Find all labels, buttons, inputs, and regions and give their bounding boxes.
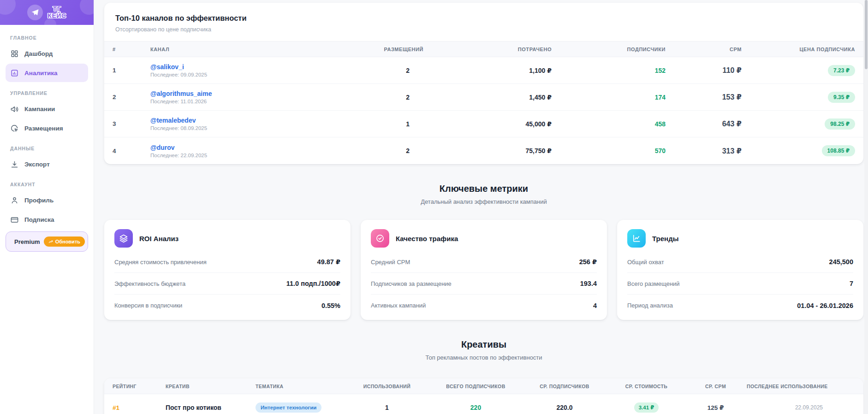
- channel-link[interactable]: @durov: [150, 144, 308, 151]
- placements-value: 2: [308, 94, 423, 101]
- scrollbar-track[interactable]: [864, 0, 868, 414]
- upgrade-button[interactable]: Обновить: [44, 237, 85, 247]
- row-rank: 4: [113, 148, 150, 154]
- main-content: Топ-10 каналов по эффективности Отсортир…: [94, 0, 868, 414]
- metric-label: Активных кампаний: [371, 302, 426, 309]
- metric-value: 256 ₽: [579, 258, 597, 266]
- sidebar-item-placements[interactable]: Размещения: [6, 119, 88, 137]
- channels-table-title: Топ-10 каналов по эффективности: [115, 14, 852, 23]
- table-row: 3 @temalebedev Последнее: 08.09.2025 1 4…: [104, 111, 863, 137]
- sub-price-cell: 98.25 ₽: [742, 118, 855, 130]
- sidebar: ТГ КЕЙС ГЛАВНОЕ Дашборд Аналитика УПРАВЛ…: [0, 0, 94, 414]
- metric-value: 01.04 - 26.01.2026: [797, 302, 853, 309]
- col-total-subscribers: ВСЕГО ПОДПИСЧИКОВ: [431, 384, 521, 389]
- line-chart-icon: [627, 229, 646, 248]
- col-channel: КАНАЛ: [150, 47, 308, 52]
- sidebar-item-dashboard[interactable]: Дашборд: [6, 44, 88, 63]
- placements-value: 2: [308, 67, 423, 74]
- placements-value: 1: [308, 120, 423, 128]
- user-icon: [10, 196, 19, 205]
- logo-bubble: [80, 0, 94, 15]
- app-logo-text: ТГ КЕЙС: [48, 6, 66, 19]
- topic-cell: Интернет технологии: [256, 402, 343, 413]
- table-row: 2 @algorithmus_aime Последнее: 11.01.202…: [104, 84, 863, 111]
- cpm-value: 153 ₽: [666, 93, 742, 101]
- sidebar-item-campaigns[interactable]: Кампании: [6, 100, 88, 118]
- nav-section-main: ГЛАВНОЕ: [10, 35, 83, 41]
- subscribers-value: 174: [552, 94, 666, 101]
- col-avg-cpm: СР. CPM: [684, 384, 747, 389]
- metric-value: 7: [850, 280, 853, 287]
- table-row: 4 @durov Последнее: 22.09.2025 2 75,750 …: [104, 137, 863, 164]
- col-avg-cost: СР. СТОИМОСТЬ: [608, 384, 684, 389]
- spent-value: 1,100 ₽: [423, 67, 552, 74]
- logo-line-1: ТГ: [48, 6, 66, 12]
- channel-last-date: Последнее: 22.09.2025: [150, 153, 308, 158]
- col-uses: ИСПОЛЬЗОВАНИЙ: [343, 384, 431, 389]
- col-topic: ТЕМАТИКА: [256, 384, 343, 389]
- metric-row: Период анализа 01.04 - 26.01.2026: [627, 295, 853, 316]
- sidebar-nav: ГЛАВНОЕ Дашборд Аналитика УПРАВЛЕНИЕ Кам…: [0, 35, 94, 229]
- sub-price-cell: 7.23 ₽: [742, 65, 855, 76]
- topic-badge: Интернет технологии: [256, 402, 321, 413]
- roi-card-header: ROI Анализ: [114, 229, 340, 248]
- col-creative: КРЕАТИВ: [166, 384, 256, 389]
- channel-cell: @algorithmus_aime Последнее: 11.01.2026: [150, 90, 308, 104]
- channel-last-date: Последнее: 11.01.2026: [150, 99, 308, 104]
- megaphone-icon: [10, 105, 19, 113]
- subscribers-value: 152: [552, 67, 666, 74]
- subscribers-value: 570: [552, 147, 666, 154]
- subscribers-value: 458: [552, 120, 666, 128]
- metric-row: Всего размещений 7: [627, 273, 853, 295]
- sidebar-item-label: Кампании: [24, 106, 55, 112]
- table-row: #1 Пост про котиков Интернет технологии …: [104, 394, 863, 414]
- sidebar-item-label: Экспорт: [24, 161, 50, 168]
- metric-value: 4: [593, 302, 597, 309]
- channel-link[interactable]: @algorithmus_aime: [150, 90, 308, 97]
- sub-price-badge: 9.35 ₽: [828, 92, 855, 103]
- metric-label: Конверсия в подписчики: [114, 302, 182, 309]
- spent-value: 45,000 ₽: [423, 120, 552, 128]
- table-row: 1 @salikov_i Последнее: 09.09.2025 2 1,1…: [104, 57, 863, 84]
- metric-row: Эффективность бюджета 11.0 подп./1000₽: [114, 273, 340, 295]
- channels-table-header: Топ-10 каналов по эффективности Отсортир…: [104, 3, 863, 41]
- trends-card-title: Тренды: [652, 235, 679, 242]
- nav-section-data: ДАННЫЕ: [10, 146, 83, 151]
- col-cpm: CPM: [666, 47, 742, 52]
- premium-label: Premium: [14, 238, 40, 245]
- metric-label: Период анализа: [627, 302, 673, 309]
- sidebar-item-subscription[interactable]: Подписка: [6, 210, 88, 229]
- metrics-section-title: Ключевые метрики: [104, 183, 863, 194]
- channel-cell: @durov Последнее: 22.09.2025: [150, 144, 308, 158]
- nav-section-management: УПРАВЛЕНИЕ: [10, 90, 83, 96]
- cursor-click-icon: [10, 124, 19, 133]
- creatives-table-card: РЕЙТИНГ КРЕАТИВ ТЕМАТИКА ИСПОЛЬЗОВАНИЙ В…: [104, 379, 863, 414]
- roi-card-title: ROI Анализ: [139, 235, 178, 242]
- channel-link[interactable]: @salikov_i: [150, 63, 308, 71]
- trends-card-header: Тренды: [627, 229, 853, 248]
- metric-row: Подписчиков за размещение 193.4: [371, 273, 597, 295]
- col-last-used: ПОСЛЕДНЕЕ ИСПОЛЬЗОВАНИЕ: [747, 384, 855, 389]
- scrollbar-thumb[interactable]: [865, 0, 868, 69]
- premium-banner: Premium Обновить: [6, 231, 88, 252]
- avg-subscribers-value: 220.0: [521, 404, 608, 411]
- sidebar-item-export[interactable]: Экспорт: [6, 155, 88, 173]
- metric-row: Средняя стоимость привлечения 49.87 ₽: [114, 251, 340, 273]
- sidebar-item-label: Подписка: [24, 216, 54, 223]
- cpm-value: 313 ₽: [666, 147, 742, 155]
- col-subscribers: ПОДПИСЧИКИ: [552, 47, 666, 52]
- row-rank: 2: [113, 94, 150, 101]
- col-rating: РЕЙТИНГ: [113, 384, 166, 389]
- metric-label: Общий охват: [627, 259, 664, 266]
- row-rank: 1: [113, 67, 150, 74]
- sub-price-cell: 108.85 ₽: [742, 145, 855, 156]
- spent-value: 75,750 ₽: [423, 147, 552, 154]
- col-spent: ПОТРАЧЕНО: [423, 47, 552, 52]
- cpm-value: 110 ₽: [666, 66, 742, 75]
- metric-value: 11.0 подп./1000₽: [286, 280, 340, 287]
- creative-rank: #1: [113, 404, 166, 411]
- channel-link[interactable]: @temalebedev: [150, 117, 308, 124]
- sidebar-item-analytics[interactable]: Аналитика: [6, 64, 88, 82]
- channel-cell: @salikov_i Последнее: 09.09.2025: [150, 63, 308, 77]
- sidebar-item-profile[interactable]: Профиль: [6, 191, 88, 209]
